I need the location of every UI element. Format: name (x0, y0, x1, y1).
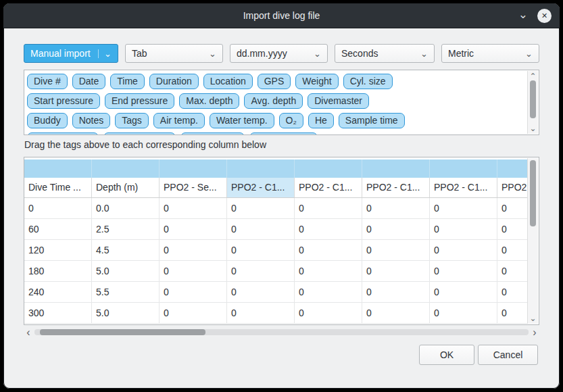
combo-value: dd.mm.yyyy (237, 48, 287, 59)
table-horizontal-scrollbar[interactable]: ‹ › (24, 327, 539, 337)
tag-row: Start pressureEnd pressureMax. depthAvg.… (27, 93, 525, 109)
scrollbar-track[interactable] (34, 329, 529, 335)
tag-chip[interactable]: He (308, 113, 334, 128)
combo-value: Seconds (341, 48, 378, 59)
tag-chip[interactable]: Sample temp. (103, 132, 175, 135)
table-cell: 0 (160, 261, 227, 281)
cancel-button[interactable]: Cancel (478, 345, 538, 365)
import-options-row: Manual import ⌄ Tab ⌄ dd.mm.yyyy ⌄ Secon… (24, 44, 539, 63)
tag-row: BuddyNotesTagsAir temp.Water temp.O₂HeSa… (27, 113, 525, 128)
drop-target-cell[interactable] (92, 160, 160, 178)
tag-chip[interactable]: Avg. depth (244, 93, 303, 109)
table-cell: 0 (497, 261, 528, 281)
tag-chip[interactable]: Buddy (27, 113, 68, 128)
table-cell: 0 (497, 282, 528, 302)
tag-chip[interactable]: Duration (149, 74, 199, 89)
tag-chip[interactable]: Weight (295, 74, 338, 89)
tag-chip[interactable]: Location (203, 74, 253, 89)
column-header[interactable]: PPO2 - Se... (160, 178, 227, 197)
drop-target-cell[interactable] (362, 160, 430, 178)
table-scrollbar[interactable]: ⌄ (527, 158, 538, 324)
tag-chip[interactable]: O₂ (279, 113, 303, 128)
close-icon[interactable]: ✕ (537, 9, 552, 23)
chevron-down-icon: ⌄ (420, 49, 428, 58)
tag-chip[interactable]: Sample depth (27, 132, 99, 135)
table-cell: 0 (430, 303, 497, 323)
column-header[interactable]: PPO2 - C1... (227, 178, 295, 197)
column-header[interactable]: Dive Time ... (24, 178, 92, 197)
tag-chip[interactable]: Max. depth (179, 93, 239, 109)
table-cell: 0 (295, 198, 362, 218)
chevron-down-icon[interactable]: ⌄ (518, 9, 528, 20)
tag-chip[interactable]: Dive # (27, 74, 68, 89)
scrollbar-thumb[interactable] (530, 80, 536, 118)
table-row: 1805.0000000 (24, 261, 528, 282)
import-mode-select[interactable]: Manual import ⌄ (24, 44, 118, 63)
scroll-left-icon[interactable]: ‹ (24, 327, 33, 337)
drop-target-row[interactable] (24, 160, 528, 178)
table-cell: 0 (362, 198, 430, 218)
drop-target-cell[interactable] (295, 160, 362, 178)
tag-chip[interactable]: Tags (115, 113, 149, 128)
tag-chip[interactable]: Air temp. (153, 113, 205, 128)
duration-format-select[interactable]: Seconds ⌄ (335, 44, 435, 63)
drop-target-cell[interactable] (227, 160, 295, 178)
combo-value: Manual import (30, 48, 91, 59)
combo-value: Tab (132, 48, 147, 59)
scrollbar-thumb[interactable] (530, 160, 536, 226)
tag-chip[interactable]: Divemaster (308, 93, 369, 109)
tag-chip[interactable]: Sample time (339, 113, 405, 128)
tag-chip[interactable]: Time (110, 74, 145, 89)
column-header[interactable]: PPO2 - C1... (295, 178, 362, 197)
table-cell: 0 (227, 198, 295, 218)
table-cell: 0 (430, 198, 497, 218)
table-cell: 5.0 (92, 261, 160, 281)
field-separator-select[interactable]: Tab ⌄ (125, 44, 223, 63)
table-cell: 0 (295, 240, 362, 260)
table-cell: 0 (497, 198, 528, 218)
scroll-up-icon[interactable]: ⌃ (528, 72, 538, 80)
table-header-row: Dive Time ...Depth (m)PPO2 - Se...PPO2 -… (24, 178, 528, 198)
table-cell: 240 (24, 282, 92, 302)
scrollbar-thumb[interactable] (40, 329, 205, 335)
tag-chip[interactable]: Notes (72, 113, 111, 128)
table-row: 00.0000000 (24, 198, 528, 219)
table-cell: 0 (362, 303, 430, 323)
drop-target-cell[interactable] (430, 160, 497, 178)
column-header[interactable]: PPO2 - C1... (430, 178, 497, 197)
tag-chip[interactable]: Cyl. size (343, 74, 393, 89)
date-format-select[interactable]: dd.mm.yyyy ⌄ (230, 44, 328, 63)
table-cell: 0 (497, 303, 528, 323)
tags-scrollbar[interactable]: ⌃ ⌄ (527, 71, 538, 134)
chevron-down-icon: ⌄ (314, 49, 321, 58)
table-cell: 0 (430, 261, 497, 281)
tag-chip[interactable]: Start pressure (27, 93, 100, 109)
drop-target-cell[interactable] (160, 160, 227, 178)
drop-target-cell[interactable] (497, 160, 528, 178)
import-dialog: Import dive log file ⌄ ✕ Manual import ⌄… (3, 3, 560, 389)
table-cell: 2.5 (92, 219, 160, 239)
column-header[interactable]: PPO2 - C1... (362, 178, 430, 197)
titlebar[interactable]: Import dive log file ⌄ ✕ (3, 3, 560, 28)
table-cell: 0 (24, 198, 92, 218)
tag-chip[interactable]: Date (72, 74, 106, 89)
tag-chip[interactable]: Sample pO₂ (180, 132, 245, 135)
tag-chip[interactable]: End pressure (105, 93, 174, 109)
scroll-right-icon[interactable]: › (530, 327, 539, 337)
column-header[interactable]: PPO2 (497, 178, 528, 197)
scroll-down-icon[interactable]: ⌄ (528, 124, 538, 132)
tag-chip[interactable]: Sample CNS (249, 132, 318, 135)
table-cell: 5.5 (92, 282, 160, 302)
tag-chip[interactable]: GPS (258, 74, 291, 89)
ok-button[interactable]: OK (419, 345, 474, 365)
table-cell: 0.0 (92, 198, 160, 218)
tag-chip[interactable]: Water temp. (210, 113, 274, 128)
drop-target-cell[interactable] (24, 160, 92, 178)
scroll-down-icon[interactable]: ⌄ (528, 314, 538, 322)
table-cell: 0 (227, 240, 295, 260)
column-header[interactable]: Depth (m) (92, 178, 160, 197)
table-cell: 0 (497, 240, 528, 260)
chevron-down-icon: ⌄ (98, 49, 112, 58)
units-select[interactable]: Metric ⌄ (441, 44, 539, 63)
table-row: 2405.5000000 (24, 282, 528, 303)
